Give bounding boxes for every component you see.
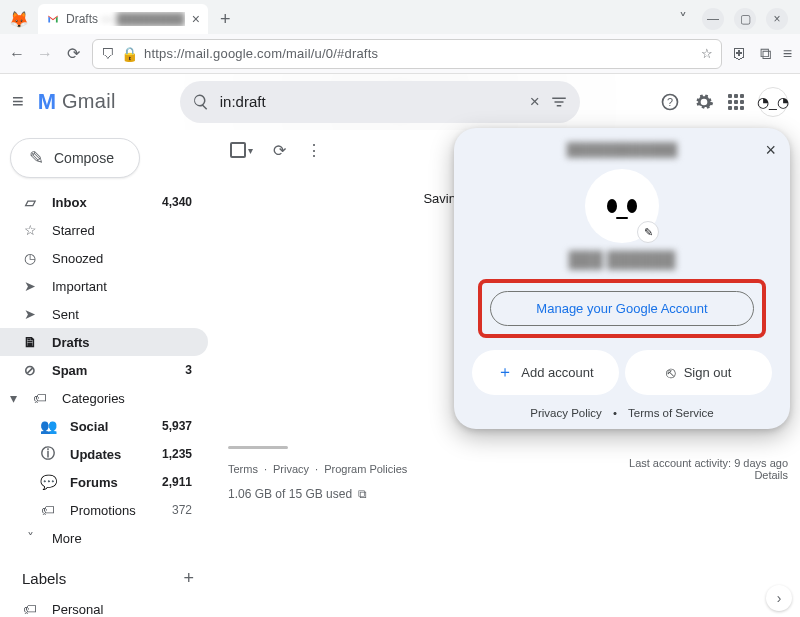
search-options-icon[interactable] [550, 93, 568, 111]
account-name: ███ ██████ [468, 251, 776, 269]
promotions-icon: 🏷 [40, 502, 56, 518]
account-popover: × ████████████ ✎ ███ ██████ Manage your … [454, 128, 790, 429]
gmail-logo[interactable]: M Gmail [38, 89, 116, 115]
nav-list: ▱Inbox4,340 ☆Starred ◷Snoozed ➤Important… [0, 188, 208, 552]
sidebar-item-sent[interactable]: ➤Sent [0, 300, 208, 328]
manage-account-button[interactable]: Manage your Google Account [490, 291, 754, 326]
new-tab-button[interactable]: + [214, 9, 237, 30]
forward-button: → [36, 45, 54, 63]
search-bar[interactable]: × [180, 81, 580, 123]
footer-links: Terms · Privacy · Program Policies Last … [222, 457, 794, 481]
more-actions-icon[interactable]: ⋮ [306, 141, 322, 160]
browser-tab[interactable]: Drafts — ████████ × [38, 4, 208, 34]
pocket-icon[interactable]: ⛨ [732, 45, 748, 63]
bookmark-star-icon[interactable]: ☆ [701, 46, 713, 61]
drafts-icon: 🗎 [22, 334, 38, 350]
star-icon: ☆ [22, 222, 38, 238]
storage-usage: 1.06 GB of 15 GB used ⧉ [222, 487, 794, 501]
popover-footer: Privacy Policy • Terms of Service [468, 407, 776, 419]
sign-out-button[interactable]: ⎋Sign out [625, 350, 772, 395]
chevron-down-icon[interactable]: ▾ [248, 145, 253, 156]
privacy-policy-link[interactable]: Privacy Policy [530, 407, 602, 419]
tab-overflow-icon[interactable]: ˅ [674, 10, 692, 29]
url-text: https://mail.google.com/mail/u/0/#drafts [144, 46, 378, 61]
add-label-button[interactable]: + [183, 568, 194, 589]
back-button[interactable]: ← [8, 45, 26, 63]
social-icon: 👥 [40, 418, 56, 434]
account-avatar[interactable]: ✎ [585, 169, 659, 243]
sidebar-item-forums[interactable]: 💬Forums2,911 [0, 468, 208, 496]
add-account-button[interactable]: ＋Add account [472, 350, 619, 395]
settings-gear-icon[interactable] [694, 92, 714, 112]
sidebar-item-categories[interactable]: ▾🏷Categories [0, 384, 208, 412]
updates-icon: ⓘ [40, 445, 56, 463]
url-box[interactable]: ⛉ 🔒 https://mail.google.com/mail/u/0/#dr… [92, 39, 722, 69]
address-bar: ← → ⟳ ⛉ 🔒 https://mail.google.com/mail/u… [0, 34, 800, 74]
label-icon: 🏷 [22, 601, 38, 617]
terms-of-service-link[interactable]: Terms of Service [628, 407, 714, 419]
window-minimize-button[interactable]: — [702, 8, 724, 30]
details-link[interactable]: Details [754, 469, 788, 481]
clear-search-icon[interactable]: × [530, 92, 540, 112]
sidebar-item-important[interactable]: ➤Important [0, 272, 208, 300]
tab-bar: 🦊 Drafts — ████████ × + ˅ — ▢ × [0, 0, 800, 34]
sidebar-item-starred[interactable]: ☆Starred [0, 216, 208, 244]
last-activity-text: Last account activity: 9 days ago [629, 457, 788, 469]
sidebar-item-updates[interactable]: ⓘUpdates1,235 [0, 440, 208, 468]
important-icon: ➤ [22, 278, 38, 294]
extensions-icon[interactable]: ⧉ [760, 45, 771, 63]
edit-avatar-icon[interactable]: ✎ [637, 221, 659, 243]
chevron-down-icon: ˅ [22, 530, 38, 546]
labels-list: 🏷Personal 🏷Travel 🏷Unwanted6,183 ˅More [0, 595, 208, 617]
gmail-brand-text: Gmail [62, 90, 116, 113]
firefox-logo-icon: 🦊 [6, 6, 32, 32]
sidebar: ✎ Compose ▱Inbox4,340 ☆Starred ◷Snoozed … [0, 130, 208, 617]
browser-chrome: 🦊 Drafts — ████████ × + ˅ — ▢ × ← → ⟳ ⛉ … [0, 0, 800, 74]
close-tab-icon[interactable]: × [192, 11, 200, 27]
sidebar-item-spam[interactable]: ⊘Spam3 [0, 356, 208, 384]
sent-icon: ➤ [22, 306, 38, 322]
open-storage-icon[interactable]: ⧉ [358, 487, 367, 501]
label-icon: 🏷 [32, 390, 48, 406]
reload-button[interactable]: ⟳ [64, 44, 82, 63]
terms-link[interactable]: Terms [228, 463, 258, 475]
app-menu-icon[interactable]: ≡ [783, 45, 792, 63]
spam-icon: ⊘ [22, 362, 38, 378]
sidebar-item-social[interactable]: 👥Social5,937 [0, 412, 208, 440]
labels-header: Labels + [0, 552, 208, 595]
window-maximize-button[interactable]: ▢ [734, 8, 756, 30]
privacy-link[interactable]: Privacy [273, 463, 309, 475]
side-panel-toggle[interactable]: › [766, 585, 792, 611]
window-close-button[interactable]: × [766, 8, 788, 30]
refresh-button[interactable]: ⟳ [273, 141, 286, 160]
account-avatar-button[interactable]: ◔_◔ [758, 87, 788, 117]
sidebar-item-more[interactable]: ˅More [0, 524, 208, 552]
tutorial-highlight: Manage your Google Account [478, 279, 766, 338]
select-all-checkbox[interactable]: ▾ [230, 142, 253, 158]
account-actions: ＋Add account ⎋Sign out [472, 350, 772, 395]
signout-icon: ⎋ [666, 364, 676, 382]
google-apps-icon[interactable] [728, 94, 744, 110]
chevron-down-icon: ▾ [8, 390, 18, 406]
shield-icon: ⛉ [101, 46, 115, 62]
inbox-icon: ▱ [22, 194, 38, 210]
pencil-icon: ✎ [29, 147, 44, 169]
program-policies-link[interactable]: Program Policies [324, 463, 407, 475]
gmail-m-icon: M [38, 89, 56, 115]
sidebar-item-inbox[interactable]: ▱Inbox4,340 [0, 188, 208, 216]
plus-icon: ＋ [497, 362, 513, 383]
gmail-header: ≡ M Gmail × ? ◔_◔ [0, 74, 800, 130]
svg-text:?: ? [667, 96, 673, 108]
search-icon[interactable] [192, 93, 210, 111]
sidebar-item-promotions[interactable]: 🏷Promotions372 [0, 496, 208, 524]
account-email: ████████████ [468, 142, 776, 157]
clock-icon: ◷ [22, 250, 38, 266]
support-icon[interactable]: ? [660, 92, 680, 112]
compose-button[interactable]: ✎ Compose [10, 138, 140, 178]
lock-icon: 🔒 [121, 46, 138, 62]
main-menu-icon[interactable]: ≡ [12, 90, 24, 113]
sidebar-item-drafts[interactable]: 🗎Drafts [0, 328, 208, 356]
sidebar-item-snoozed[interactable]: ◷Snoozed [0, 244, 208, 272]
search-input[interactable] [220, 93, 520, 110]
label-personal[interactable]: 🏷Personal [0, 595, 208, 617]
